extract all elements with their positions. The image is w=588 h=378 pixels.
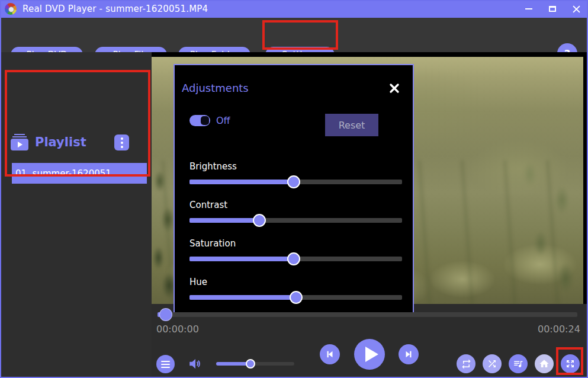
contrast-slider[interactable] (189, 218, 402, 223)
prev-icon (324, 349, 335, 360)
toggle-label: Off (216, 115, 230, 126)
contrast-slider-group: Contrast (189, 200, 402, 233)
fullscreen-button[interactable] (561, 354, 580, 373)
contrast-label: Contrast (189, 200, 402, 210)
adjustments-dialog: Adjustments Off Reset Brightness Contras… (173, 64, 414, 313)
close-button[interactable] (564, 0, 588, 18)
app-icon (5, 3, 17, 15)
minimize-button[interactable] (517, 0, 541, 18)
total-time: 00:00:24 (538, 323, 580, 335)
saturation-slider-group: Saturation (189, 238, 402, 271)
reset-button[interactable]: Reset (325, 114, 378, 136)
volume-icon[interactable] (188, 356, 203, 371)
menu-button[interactable] (156, 355, 175, 373)
dialog-close-icon (388, 82, 400, 94)
repeat-button[interactable] (457, 354, 475, 373)
close-icon (573, 5, 580, 13)
brightness-fill (189, 180, 294, 184)
next-icon (403, 349, 414, 360)
shuffle-button[interactable] (483, 354, 502, 373)
shuffle-icon (487, 358, 497, 369)
previous-track-button[interactable] (320, 344, 340, 364)
hue-handle[interactable] (290, 291, 303, 304)
maximize-icon (549, 6, 556, 12)
saturation-slider[interactable] (189, 257, 402, 261)
home-button[interactable] (535, 354, 554, 373)
repeat-icon (461, 358, 472, 370)
hue-slider[interactable] (189, 295, 402, 300)
next-track-button[interactable] (399, 344, 419, 364)
app-window: Real DVD Player - summer-1620051.MP4 Pla… (0, 0, 588, 378)
titlebar: Real DVD Player - summer-1620051.MP4 (0, 0, 588, 18)
dialog-title: Adjustments (182, 82, 249, 94)
home-icon (539, 358, 550, 369)
queue-icon (513, 358, 523, 369)
saturation-handle[interactable] (287, 252, 300, 265)
brightness-label: Brightness (189, 161, 402, 172)
window-title: Real DVD Player - summer-1620051.MP4 (23, 4, 208, 14)
contrast-fill (189, 218, 259, 223)
maximize-button[interactable] (541, 0, 564, 18)
window-controls (517, 0, 588, 18)
volume-slider[interactable] (216, 362, 294, 366)
adjustments-toggle[interactable] (189, 115, 210, 126)
volume-handle[interactable] (246, 359, 255, 369)
contrast-handle[interactable] (253, 214, 266, 227)
fullscreen-icon (565, 358, 576, 369)
wheat-heads-right (512, 131, 583, 304)
brightness-slider-group: Brightness (189, 161, 402, 194)
playlist-icon (11, 134, 28, 150)
playlist-menu-button[interactable] (114, 134, 129, 150)
hue-label: Hue (189, 277, 402, 287)
seek-bar[interactable] (158, 312, 577, 317)
toggle-knob (201, 116, 209, 125)
hue-fill (189, 295, 296, 300)
playlist-item[interactable]: 01. summer-1620051 (12, 163, 147, 184)
current-time: 00:00:00 (156, 323, 199, 335)
saturation-fill (189, 257, 294, 261)
brightness-handle[interactable] (287, 175, 300, 188)
minimize-icon (525, 8, 532, 9)
toolbar: Play DVD Play File Play Folder Settings … (0, 18, 588, 52)
hue-slider-group: Hue (189, 277, 402, 310)
dialog-close-button[interactable] (388, 82, 401, 95)
sidebar-playlist-panel: Playlist 01. summer-1620051 (0, 52, 152, 378)
brightness-slider[interactable] (189, 180, 402, 184)
playlist-menu-icon (121, 137, 123, 140)
playlist-title: Playlist (35, 135, 86, 149)
seek-handle[interactable] (159, 308, 172, 321)
play-queue-button[interactable] (509, 354, 528, 373)
saturation-label: Saturation (189, 238, 402, 249)
play-button[interactable] (354, 339, 385, 370)
play-icon (365, 347, 378, 362)
menu-icon (161, 361, 170, 362)
